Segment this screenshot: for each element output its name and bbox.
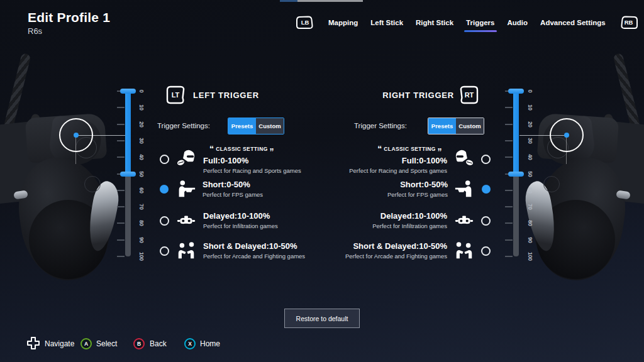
slider-handle-max[interactable] (508, 172, 524, 177)
tab-audio[interactable]: Audio (508, 19, 528, 26)
slider-tick-label: 100 (527, 251, 533, 262)
slider-tick (505, 239, 513, 241)
slider-tick (505, 190, 513, 191)
slider-tick (505, 140, 513, 141)
preset-option-full[interactable]: “ CLASSIC SETTING ” Full:0-100% Perfect … (349, 143, 491, 175)
preset-radio-selected[interactable] (160, 185, 169, 194)
preset-option-short[interactable]: Short:0-50% Perfect for FPS games (387, 178, 491, 200)
slider-handle-max[interactable] (120, 172, 136, 177)
tab-left-stick[interactable]: Left Stick (370, 19, 403, 26)
slider-active-range[interactable] (125, 91, 131, 174)
left-controller-image (0, 58, 128, 289)
preset-option-delayed[interactable]: Delayed:10-100% Perfect for Infiltration… (160, 210, 278, 231)
preset-text: Short & Delayed:10-50% Perfect for Arcad… (203, 242, 305, 260)
slider-tick (505, 124, 513, 125)
preset-radio-selected[interactable] (482, 185, 491, 194)
slider-tick-label: 70 (138, 201, 145, 212)
page-title: Edit Profile 1 (28, 10, 110, 25)
restore-default-button[interactable]: Restore to default (284, 309, 360, 328)
tab-triggers[interactable]: Triggers (466, 19, 494, 26)
preset-radio[interactable] (481, 246, 491, 256)
preset-text: “ CLASSIC SETTING ” Full:0-100% Perfect … (349, 144, 447, 174)
home-hint-label: Home (200, 339, 220, 348)
preset-description: Perfect for FPS games (203, 191, 263, 198)
slider-tick-label: 100 (138, 251, 145, 262)
slider-tick (117, 206, 125, 207)
preset-title: Short & Delayed:10-50% (345, 242, 447, 251)
edit-profile-window: Edit Profile 1 R6s LB Mapping Left Stick… (0, 0, 644, 362)
controller-cable (613, 53, 640, 129)
preset-radio[interactable] (160, 246, 169, 256)
tab-mapping[interactable]: Mapping (328, 19, 358, 26)
tab-advanced-settings[interactable]: Advanced Settings (540, 19, 606, 26)
racing-helmet-icon (452, 148, 476, 170)
b-button-letter: B (137, 341, 141, 347)
slider-tick (505, 222, 513, 224)
preset-option-full[interactable]: “ CLASSIC SETTING ” Full:0-100% Perfect … (160, 143, 301, 175)
slider-tick (117, 156, 125, 158)
open-quote: “ (209, 144, 214, 154)
rt-trigger-icon: RT (458, 84, 480, 106)
left-trigger-title: LEFT TRIGGER (193, 90, 259, 100)
slider-handle-min[interactable] (120, 89, 136, 94)
presets-toggle-button[interactable]: Presets (428, 118, 456, 134)
slider-tick-label: 0 (138, 85, 145, 97)
close-quote: ” (269, 146, 274, 156)
slider-active-range[interactable] (513, 91, 519, 174)
preset-radio[interactable] (481, 155, 491, 164)
preset-option-short-delayed[interactable]: Short & Delayed:10-50% Perfect for Arcad… (160, 239, 305, 262)
slider-tick (117, 222, 125, 224)
preset-description: Perfect for Racing and Sports games (203, 167, 301, 174)
custom-toggle-button[interactable]: Custom (256, 118, 284, 134)
preset-radio[interactable] (160, 216, 169, 226)
lb-bumper-icon[interactable]: LB (294, 14, 316, 31)
tab-right-stick[interactable]: Right Stick (416, 19, 453, 26)
preset-title: Short:0-50% (203, 180, 263, 190)
slider-tick (117, 140, 125, 141)
custom-toggle-button[interactable]: Custom (456, 118, 484, 134)
left-trigger-mode-toggle: Presets Custom (228, 118, 284, 134)
presets-toggle-button[interactable]: Presets (228, 118, 256, 134)
right-trigger-title: RIGHT TRIGGER (382, 90, 454, 100)
preset-title: Full:0-100% (203, 156, 301, 166)
tab-triggers-label: Triggers (466, 19, 494, 26)
left-trigger-range-slider[interactable]: 0 10 20 30 40 50 60 70 80 90 100 (117, 91, 152, 256)
slider-tick-label: 60 (527, 185, 533, 196)
fps-rifle-icon (453, 178, 477, 200)
slider-tick-label: 0 (527, 85, 533, 97)
preset-description: Perfect for Infiltration games (372, 222, 447, 229)
a-button-icon: A (80, 338, 92, 349)
preset-title: Delayed:10-100% (372, 212, 447, 221)
slider-tick-label: 20 (138, 119, 145, 130)
preset-title: Short & Delayed:10-50% (203, 242, 305, 251)
preset-option-short[interactable]: Short:0-50% Perfect for FPS games (160, 178, 263, 200)
rb-bumper-icon[interactable]: RB (618, 14, 640, 31)
preset-description: Perfect for Arcade and Fighting games (203, 253, 305, 260)
rt-trigger-icon-label: RT (458, 84, 480, 106)
preset-option-delayed[interactable]: Delayed:10-100% Perfect for Infiltration… (372, 210, 491, 231)
rb-bumper-label: RB (618, 14, 640, 31)
classic-setting-tag: “ CLASSIC SETTING ” (349, 144, 442, 156)
preset-option-short-delayed[interactable]: Short & Delayed:10-50% Perfect for Arcad… (345, 239, 491, 262)
slider-tick-label: 40 (138, 151, 145, 163)
slider-handle-min[interactable] (508, 89, 524, 94)
right-trigger-range-slider[interactable]: 0 10 20 30 40 50 60 70 80 90 100 (497, 91, 535, 256)
lb-bumper-label: LB (294, 14, 316, 31)
lt-trigger-icon: LT (164, 84, 187, 106)
classic-setting-tag-text: CLASSIC SETTING (384, 146, 436, 152)
slider-tick (117, 190, 125, 191)
preset-radio[interactable] (160, 155, 169, 164)
slider-tick-label: 60 (138, 185, 145, 196)
slider-tick-label: 30 (138, 135, 145, 146)
preset-text: Short & Delayed:10-50% Perfect for Arcad… (345, 242, 447, 260)
lt-trigger-icon-label: LT (164, 84, 187, 106)
back-hint-label: Back (150, 339, 167, 348)
slider-tick-label: 10 (527, 102, 533, 113)
preset-radio[interactable] (481, 216, 491, 226)
slider-tick-label: 30 (527, 135, 533, 146)
slider-tick (117, 256, 125, 257)
navigate-hint-label: Navigate (45, 339, 74, 348)
select-hint-label: Select (96, 339, 117, 348)
a-button-letter: A (84, 341, 88, 347)
preset-text: Short:0-50% Perfect for FPS games (387, 180, 448, 198)
